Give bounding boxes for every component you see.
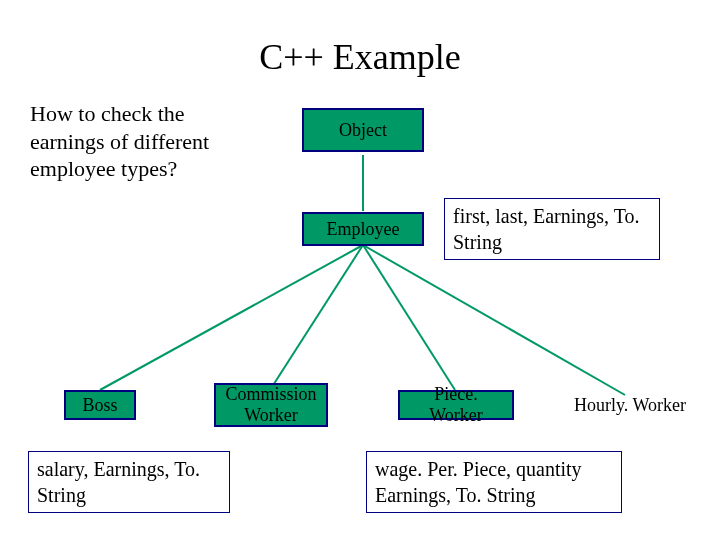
node-piece-worker: Piece. Worker <box>398 390 514 420</box>
node-employee: Employee <box>302 212 424 246</box>
slide-title: C++ Example <box>0 36 720 78</box>
node-commission-worker: Commission Worker <box>214 383 328 427</box>
svg-line-1 <box>100 245 363 390</box>
node-hourly-worker: Hourly. Worker <box>565 392 695 418</box>
svg-line-3 <box>363 245 455 390</box>
question-text: How to check the earnings of different e… <box>30 100 260 183</box>
node-object: Object <box>302 108 424 152</box>
annotation-piece: wage. Per. Piece, quantity Earnings, To.… <box>366 451 622 513</box>
annotation-boss: salary, Earnings, To. String <box>28 451 230 513</box>
svg-line-2 <box>270 245 363 390</box>
annotation-employee: first, last, Earnings, To. String <box>444 198 660 260</box>
node-boss: Boss <box>64 390 136 420</box>
svg-line-4 <box>363 245 625 395</box>
